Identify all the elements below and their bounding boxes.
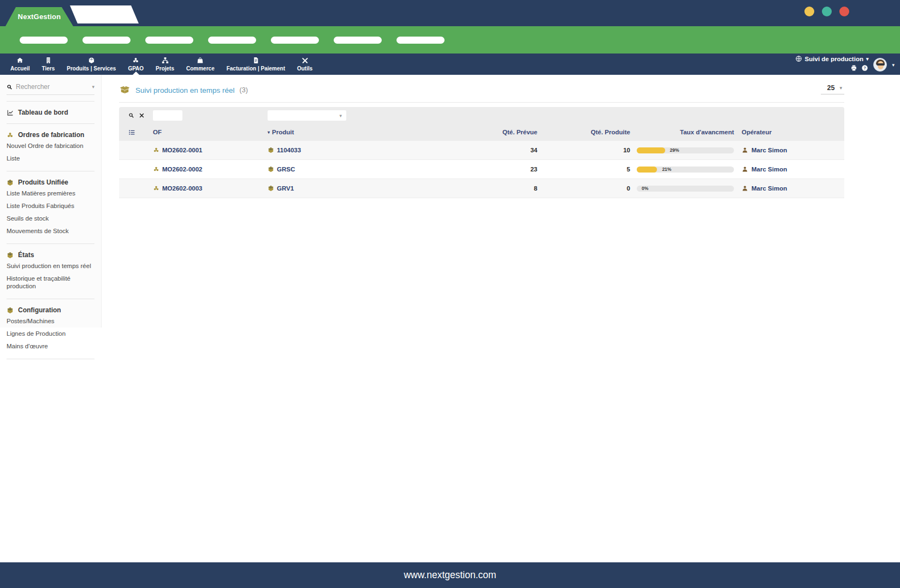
nav-item-tiers[interactable]: Tiers bbox=[36, 54, 61, 75]
of-link[interactable]: MO2602-0003 bbox=[162, 185, 203, 192]
menu-pill[interactable] bbox=[82, 37, 131, 44]
column-header-of[interactable]: OF bbox=[147, 129, 262, 135]
column-header-qte-produite[interactable]: Qté. Produite bbox=[541, 129, 633, 135]
nav-item-outils[interactable]: Outils bbox=[291, 54, 318, 75]
produit-link[interactable]: 1104033 bbox=[277, 147, 301, 153]
produit-filter-select[interactable]: ▾ bbox=[268, 110, 346, 121]
produit-link[interactable]: GRV1 bbox=[277, 185, 294, 192]
record-count: (3) bbox=[240, 86, 248, 94]
person-icon bbox=[742, 147, 748, 153]
progress-label: 0% bbox=[642, 186, 648, 191]
nav-item-label: Projets bbox=[156, 66, 174, 72]
column-header-qte-prevue[interactable]: Qté. Prévue bbox=[453, 129, 541, 135]
menu-pill[interactable] bbox=[145, 37, 193, 44]
column-header-produit[interactable]: ▾ Produit bbox=[262, 129, 453, 135]
column-header-operateur[interactable]: Opérateur bbox=[737, 129, 844, 135]
progress-track: 21% bbox=[637, 167, 734, 173]
box-icon bbox=[88, 57, 95, 64]
menu-pill[interactable] bbox=[20, 37, 68, 44]
search-input[interactable] bbox=[16, 83, 77, 91]
sidebar-section-produits-unifiée[interactable]: Produits Unifiée bbox=[0, 177, 101, 187]
sidebar-item[interactable]: Postes/Machines bbox=[0, 315, 101, 328]
clear-filter-button[interactable] bbox=[139, 112, 145, 118]
window-control-dot[interactable] bbox=[804, 7, 814, 16]
top-brand-bar: NextGestion bbox=[0, 0, 900, 26]
window-control-dot[interactable] bbox=[839, 7, 849, 16]
window-control-dot[interactable] bbox=[822, 7, 832, 16]
print-button[interactable] bbox=[850, 64, 857, 72]
of-filter-input[interactable] bbox=[153, 110, 182, 121]
cell-qte-prevue: 34 bbox=[453, 147, 541, 153]
nav-item-produits-services[interactable]: Produits | Services bbox=[61, 54, 122, 75]
nav-item-projets[interactable]: Projets bbox=[150, 54, 180, 75]
sidebar-item[interactable]: Suivi production en temps réel bbox=[0, 260, 101, 272]
list-view-icon[interactable] bbox=[128, 129, 147, 136]
sidebar-section-ordres-de-fabrication[interactable]: Ordres de fabrication bbox=[0, 130, 101, 140]
box-icon bbox=[7, 307, 14, 314]
sidebar-item[interactable]: Historique et traçabilité production bbox=[0, 272, 101, 293]
menu-pill[interactable] bbox=[396, 37, 445, 44]
fan-icon bbox=[153, 147, 159, 153]
table-row: MO2602-0002GRSC23521%Marc Simon bbox=[119, 159, 844, 179]
sidebar-item[interactable]: Mains d'œuvre bbox=[0, 340, 101, 353]
operateur-link[interactable]: Marc Simon bbox=[751, 147, 787, 153]
sidebar-search: ▾ bbox=[7, 83, 94, 95]
search-caret-icon[interactable]: ▾ bbox=[92, 84, 94, 90]
operateur-link[interactable]: Marc Simon bbox=[751, 166, 787, 173]
progress-track: 0% bbox=[637, 186, 734, 192]
menu-pill[interactable] bbox=[334, 37, 382, 44]
page-size-select[interactable]: 25 ▾ bbox=[821, 84, 844, 94]
cell-produit: GRV1 bbox=[262, 185, 453, 192]
nav-item-facturation-paiement[interactable]: Facturation | Paiement bbox=[221, 54, 291, 75]
operateur-link[interactable]: Marc Simon bbox=[751, 185, 787, 192]
cell-qte-produite: 10 bbox=[541, 147, 633, 153]
main-panel: Suivi production en temps réel (3) 25 ▾ … bbox=[102, 75, 900, 562]
divider bbox=[7, 243, 94, 244]
cell-qte-produite: 0 bbox=[541, 185, 633, 192]
apply-filter-button[interactable] bbox=[128, 112, 134, 118]
table-row: MO2602-00011104033341029%Marc Simon bbox=[119, 140, 844, 159]
fan-icon bbox=[132, 57, 139, 64]
nav-item-label: GPAO bbox=[128, 66, 144, 72]
menu-pill[interactable] bbox=[208, 37, 256, 44]
sidebar-dashboard-label: Tableau de bord bbox=[18, 109, 68, 116]
user-avatar[interactable] bbox=[873, 58, 887, 72]
avatar-glasses bbox=[877, 63, 885, 66]
progress-fill bbox=[637, 167, 657, 173]
sidebar-section-title: États bbox=[18, 251, 34, 259]
column-header-taux[interactable]: Taux d'avancment bbox=[633, 129, 737, 135]
sidebar-item[interactable]: Liste bbox=[0, 152, 101, 165]
nav-item-commerce[interactable]: Commerce bbox=[180, 54, 221, 75]
divider bbox=[7, 359, 94, 359]
sidebar-section-configuration[interactable]: Configuration bbox=[0, 305, 101, 315]
sidebar-item[interactable]: Mouvements de Stock bbox=[0, 225, 101, 237]
main-navbar: AccueilTiersProduits | ServicesGPAOProje… bbox=[0, 54, 900, 75]
nav-item-accueil[interactable]: Accueil bbox=[4, 54, 36, 75]
help-button[interactable]: ? bbox=[861, 64, 868, 72]
brand-logo-tab[interactable]: NextGestion bbox=[5, 7, 73, 26]
of-link[interactable]: MO2602-0001 bbox=[162, 147, 203, 153]
sidebar-item[interactable]: Lignes de Production bbox=[0, 328, 101, 340]
sort-caret-icon: ▾ bbox=[268, 130, 270, 135]
fan-icon bbox=[7, 132, 14, 139]
cell-of: MO2602-0003 bbox=[147, 185, 262, 192]
sidebar-item[interactable]: Seuils de stock bbox=[0, 212, 101, 225]
produit-link[interactable]: GRSC bbox=[277, 166, 295, 173]
sidebar-item[interactable]: Liste Produits Fabriqués bbox=[0, 200, 101, 212]
sidebar-item[interactable]: Nouvel Ordre de fabrication bbox=[0, 140, 101, 152]
cell-taux: 21% bbox=[633, 167, 737, 173]
nav-item-label: Produits | Services bbox=[67, 66, 116, 72]
context-switcher[interactable]: Suivi de production ▾ bbox=[795, 55, 869, 62]
divider bbox=[119, 102, 844, 103]
sidebar-item[interactable]: Liste Matières premières bbox=[0, 187, 101, 200]
cell-qte-prevue: 8 bbox=[453, 185, 541, 192]
of-link[interactable]: MO2602-0002 bbox=[162, 166, 203, 173]
sidebar-item-dashboard[interactable]: Tableau de bord bbox=[0, 108, 101, 117]
chevron-down-icon: ▾ bbox=[866, 56, 869, 62]
sidebar-section-états[interactable]: États bbox=[0, 250, 101, 260]
box-icon bbox=[7, 252, 14, 259]
menu-pill[interactable] bbox=[271, 37, 319, 44]
user-menu-chevron-icon[interactable]: ▾ bbox=[892, 62, 895, 68]
nav-item-gpao[interactable]: GPAO bbox=[122, 54, 150, 75]
progress-fill bbox=[637, 147, 665, 153]
